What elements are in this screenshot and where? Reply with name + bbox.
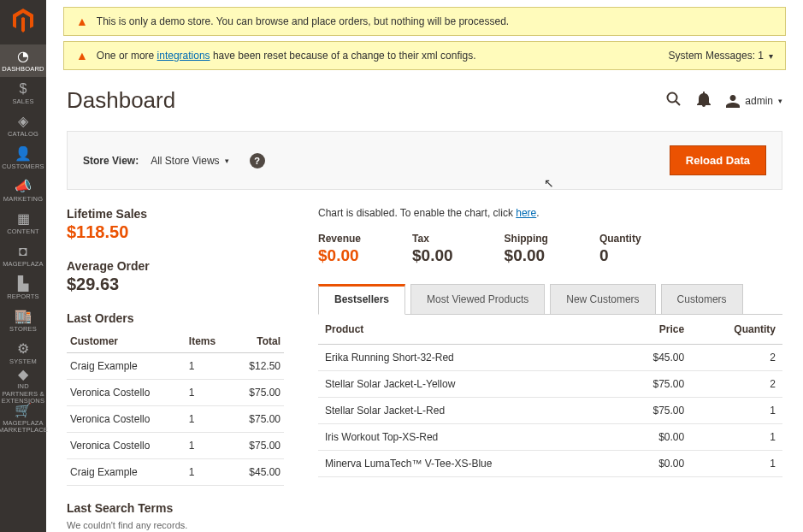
chevron-down-icon: ▾ <box>225 157 229 165</box>
person-icon: 👤 <box>15 146 32 162</box>
table-row[interactable]: Veronica Costello1$75.00 <box>67 433 284 459</box>
summary-row: Revenue $0.00 Tax $0.00 Shipping $0.00 Q… <box>318 233 782 265</box>
user-menu[interactable]: admin ▾ <box>726 94 782 108</box>
search-icon[interactable] <box>666 92 682 110</box>
table-row[interactable]: Stellar Solar Jacket-L-Yellow$75.002 <box>318 371 782 398</box>
sidebar-item-sales[interactable]: $SALES <box>0 77 46 109</box>
table-row[interactable]: Iris Workout Top-XS-Red$0.001 <box>318 424 782 451</box>
lifetime-sales-stat: Lifetime Sales $118.50 <box>67 207 284 242</box>
sidebar-item-mageplaza[interactable]: ◘MAGEPLAZA <box>0 239 46 272</box>
gauge-icon: ◔ <box>17 49 29 64</box>
bell-icon[interactable] <box>697 92 711 110</box>
box-icon: ◈ <box>18 114 28 129</box>
user-name: admin <box>745 95 773 107</box>
help-icon[interactable]: ? <box>250 153 265 168</box>
sidebar-item-catalog[interactable]: ◈CATALOG <box>0 109 46 142</box>
report-tabs: Bestsellers Most Viewed Products New Cus… <box>318 284 782 315</box>
col-product: Product <box>318 315 617 345</box>
page-title: Dashboard <box>67 87 175 114</box>
sidebar-item-customers[interactable]: 👤CUSTOMERS <box>0 142 46 174</box>
summary-shipping: Shipping $0.00 <box>505 233 548 265</box>
store-view-bar: Store View: All Store Views ▾ ? Reload D… <box>67 131 782 190</box>
svg-line-1 <box>676 101 680 105</box>
average-order-value: $29.63 <box>67 275 284 294</box>
summary-revenue: Revenue $0.00 <box>318 233 361 265</box>
summary-quantity: Quantity 0 <box>599 233 641 265</box>
tab-most-viewed[interactable]: Most Viewed Products <box>410 284 545 315</box>
table-row[interactable]: Erika Running Short-32-Red$45.002 <box>318 345 782 371</box>
partners-icon: ◆ <box>18 367 28 382</box>
summary-tax: Tax $0.00 <box>412 233 453 265</box>
reload-data-button[interactable]: Reload Data <box>670 145 766 175</box>
sidebar-item-content[interactable]: ▦CONTENT <box>0 207 46 239</box>
sidebar-item-marketplace[interactable]: 🛒MAGEPLAZA MARKETPLACE <box>0 402 46 434</box>
warning-icon: ▲ <box>76 15 88 28</box>
integrations-notice-text: One or more integrations have been reset… <box>97 50 476 62</box>
content-icon: ▦ <box>17 211 30 227</box>
cart-icon: 🛒 <box>15 403 32 418</box>
chevron-down-icon: ▾ <box>778 97 782 105</box>
col-price: Price <box>617 315 691 345</box>
col-items: Items <box>186 330 232 353</box>
user-icon <box>726 94 740 108</box>
table-row[interactable]: Stellar Solar Jacket-L-Red$75.001 <box>318 398 782 424</box>
table-row[interactable]: Veronica Costello1$75.00 <box>67 406 284 433</box>
sidebar-item-stores[interactable]: 🏬STORES <box>0 304 46 337</box>
last-search-empty: We couldn't find any records. <box>67 520 284 530</box>
system-messages-toggle[interactable]: System Messages: 1 ▾ <box>669 50 773 62</box>
demo-notice: ▲ This is only a demo store. You can bro… <box>63 7 786 36</box>
chart-disabled-note: Chart is disabled. To enable the chart, … <box>318 207 782 219</box>
chevron-down-icon: ▾ <box>769 51 773 61</box>
sidebar-item-dashboard[interactable]: ◔DASHBOARD <box>0 44 46 77</box>
sidebar-item-partners[interactable]: ◆IND PARTNERS & EXTENSIONS <box>0 369 46 402</box>
system-message-notice: ▲ One or more integrations have been res… <box>63 41 786 70</box>
page-header: Dashboard admin ▾ <box>46 75 803 122</box>
dollar-icon: $ <box>20 81 27 97</box>
enable-chart-link[interactable]: here <box>516 207 536 219</box>
sidebar-item-system[interactable]: ⚙SYSTEM <box>0 337 46 369</box>
col-quantity: Quantity <box>691 315 782 345</box>
demo-notice-text: This is only a demo store. You can brows… <box>97 15 509 27</box>
integrations-link[interactable]: integrations <box>157 50 210 62</box>
col-customer: Customer <box>67 330 186 353</box>
table-row[interactable]: Craig Example1$45.00 <box>67 459 284 486</box>
table-row[interactable]: Minerva LumaTech™ V-Tee-XS-Blue$0.001 <box>318 451 782 477</box>
lifetime-sales-value: $118.50 <box>67 222 284 242</box>
col-total: Total <box>232 330 284 353</box>
last-orders-title: Last Orders <box>67 311 284 325</box>
tab-customers[interactable]: Customers <box>661 284 743 315</box>
chart-icon: ▙ <box>18 276 28 292</box>
svg-point-0 <box>668 92 677 102</box>
table-row[interactable]: Craig Example1$12.50 <box>67 353 284 380</box>
store-icon: 🏬 <box>15 309 32 324</box>
sidebar-item-reports[interactable]: ▙REPORTS <box>0 272 46 304</box>
average-order-stat: Average Order $29.63 <box>67 259 284 294</box>
store-view-label: Store View: <box>83 155 139 167</box>
bestsellers-table: Product Price Quantity Erika Running Sho… <box>318 314 782 477</box>
warning-icon: ▲ <box>76 49 88 62</box>
gear-icon: ⚙ <box>17 341 29 357</box>
admin-sidebar: ◔DASHBOARD $SALES ◈CATALOG 👤CUSTOMERS 📣M… <box>0 0 46 532</box>
magento-logo[interactable] <box>0 3 46 38</box>
table-row[interactable]: Veronica Costello1$75.00 <box>67 380 284 406</box>
module-icon: ◘ <box>19 244 27 259</box>
tab-new-customers[interactable]: New Customers <box>550 284 655 315</box>
store-view-select[interactable]: All Store Views ▾ <box>151 155 228 167</box>
last-orders-table: Customer Items Total Craig Example1$12.5… <box>67 330 284 486</box>
last-search-title: Last Search Terms <box>67 501 284 515</box>
megaphone-icon: 📣 <box>15 179 32 194</box>
sidebar-item-marketing[interactable]: 📣MARKETING <box>0 174 46 207</box>
tab-bestsellers[interactable]: Bestsellers <box>318 284 405 315</box>
